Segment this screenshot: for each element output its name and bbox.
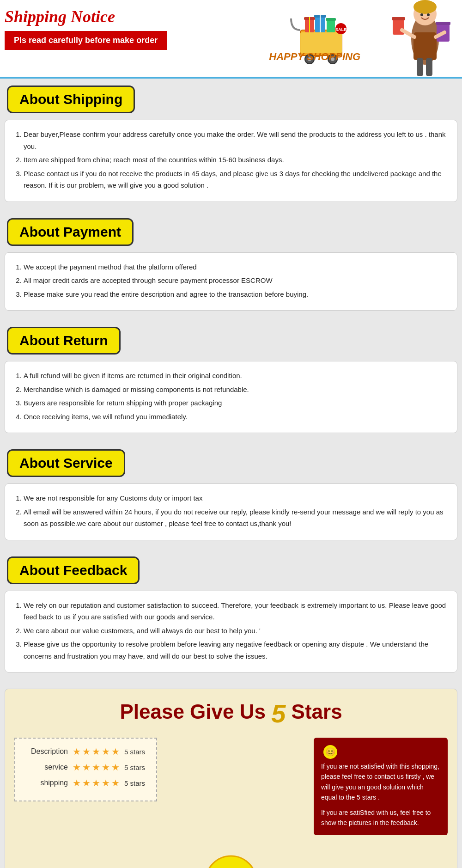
star-icon: ★ <box>102 762 110 773</box>
number-five: 5 <box>271 699 286 728</box>
svg-point-28 <box>420 13 423 16</box>
five-stars-before: Please Give Us <box>120 700 271 723</box>
svg-rect-19 <box>413 32 437 60</box>
svg-rect-1 <box>300 32 342 53</box>
service-count: 5 stars <box>124 764 145 771</box>
return-header: About Return <box>7 327 121 355</box>
payment-content: We accept the payment method that the pl… <box>5 252 457 311</box>
shipping-stars-row: shipping ★ ★ ★ ★ ★ 5 stars <box>26 777 145 789</box>
list-item: We accept the payment method that the pl… <box>24 261 448 273</box>
return-section: About Return A full refund will be given… <box>0 320 462 442</box>
thank-you-section: Thank you! <box>14 844 448 868</box>
shipping-content: Dear buyer,Please confirm your address c… <box>5 120 457 202</box>
list-item: Merchandise which is damaged or missing … <box>24 384 448 396</box>
five-stars-title: Please Give Us 5 Stars <box>14 698 448 728</box>
star-icon: ★ <box>82 777 91 789</box>
banner-text: Pls read carefully before make order <box>5 31 167 50</box>
description-count: 5 stars <box>124 748 145 756</box>
svg-text:SALE: SALE <box>335 27 346 32</box>
contact-text-1: If you are not satisfied with this shopp… <box>321 761 440 803</box>
star-icon: ★ <box>82 746 91 757</box>
star-icon: ★ <box>92 746 100 757</box>
shipping-header: About Shipping <box>7 86 135 113</box>
list-item: Please contact us if you do not receive … <box>24 168 448 191</box>
contact-box: 😊 If you are not satisfied with this sho… <box>314 738 448 835</box>
list-item: All email will be answered within 24 hou… <box>24 506 448 530</box>
list-item: All major credit cards are accepted thro… <box>24 275 448 287</box>
list-item: We are not responsible for any Customs d… <box>24 492 448 504</box>
svg-rect-13 <box>326 18 336 21</box>
return-title: About Return <box>19 333 108 348</box>
shipping-stars: ★ ★ ★ ★ ★ <box>73 777 120 789</box>
star-icon: ★ <box>111 777 120 789</box>
list-item: Once receiving items, we will refund you… <box>24 411 448 423</box>
list-item: Please make sure you read the entire des… <box>24 288 448 300</box>
feedback-header: About Feedback <box>7 556 140 584</box>
list-item: We rely on our reputation and customer s… <box>24 599 448 623</box>
list-item: We care about our value customers, and w… <box>24 625 448 637</box>
star-icon: ★ <box>102 746 110 757</box>
feedback-section: About Feedback We rely on our reputation… <box>0 550 462 682</box>
svg-rect-23 <box>436 22 450 25</box>
star-icon: ★ <box>73 746 81 757</box>
five-stars-after: Stars <box>286 700 342 723</box>
shipping-section: About Shipping Dear buyer,Please confirm… <box>0 79 462 211</box>
happy-shopping-label: HAPPY SHOPPING <box>269 51 360 63</box>
star-icon: ★ <box>111 762 120 773</box>
feedback-content: We rely on our reputation and customer s… <box>5 591 457 673</box>
stars-row: Description ★ ★ ★ ★ ★ 5 stars service ★ … <box>14 738 448 835</box>
star-icon: ★ <box>102 777 110 789</box>
list-item: A full refund will be given if items are… <box>24 370 448 382</box>
contact-text-2: If you are satiSfied with us, feel free … <box>321 807 440 828</box>
wink-smiley-illustration <box>203 854 259 868</box>
service-title: About Service <box>19 455 113 471</box>
service-label: service <box>26 763 68 771</box>
payment-title: About Payment <box>19 224 121 239</box>
feedback-title: About Feedback <box>19 562 127 578</box>
five-stars-section: Please Give Us 5 Stars Description ★ ★ ★… <box>5 689 457 868</box>
star-icon: ★ <box>92 777 100 789</box>
shipping-count: 5 stars <box>124 779 145 787</box>
star-icon: ★ <box>111 746 120 757</box>
service-section: About Service We are not responsible for… <box>0 442 462 550</box>
shipping-title: About Shipping <box>19 92 122 107</box>
svg-point-29 <box>427 13 430 16</box>
star-icon: ★ <box>82 762 91 773</box>
service-stars: ★ ★ ★ ★ ★ <box>73 762 120 773</box>
list-item: Dear buyer,Please confirm your address c… <box>24 128 448 152</box>
payment-header: About Payment <box>7 218 134 246</box>
svg-rect-27 <box>426 58 432 76</box>
person-illustration <box>365 0 457 79</box>
service-stars-row: service ★ ★ ★ ★ ★ 5 stars <box>26 762 145 773</box>
shipping-label: shipping <box>26 779 68 787</box>
description-label: Description <box>26 747 68 756</box>
header: Shipping Notice Pls read carefully befor… <box>0 0 462 79</box>
star-icon: ★ <box>73 777 81 789</box>
list-item: Please give us the opportunity to resolv… <box>24 638 448 662</box>
page-title: Shipping Notice <box>5 7 167 26</box>
svg-point-18 <box>413 0 437 14</box>
svg-rect-26 <box>417 58 423 76</box>
return-content: A full refund will be given if items are… <box>5 361 457 433</box>
description-stars-row: Description ★ ★ ★ ★ ★ 5 stars <box>26 746 145 757</box>
list-item: Buyers are responsible for return shippi… <box>24 397 448 409</box>
svg-rect-21 <box>392 17 405 20</box>
smiley-icon: 😊 <box>323 745 337 759</box>
header-left: Shipping Notice Pls read carefully befor… <box>5 7 167 50</box>
stars-table: Description ★ ★ ★ ★ ★ 5 stars service ★ … <box>14 738 157 801</box>
star-icon: ★ <box>73 762 81 773</box>
list-item: Item are shipped from china; reach most … <box>24 154 448 166</box>
svg-point-30 <box>206 856 256 868</box>
description-stars: ★ ★ ★ ★ ★ <box>73 746 120 757</box>
svg-rect-12 <box>327 19 335 32</box>
service-content: We are not responsible for any Customs d… <box>5 483 457 540</box>
service-header: About Service <box>7 449 125 477</box>
star-icon: ★ <box>92 762 100 773</box>
payment-section: About Payment We accept the payment meth… <box>0 211 462 320</box>
